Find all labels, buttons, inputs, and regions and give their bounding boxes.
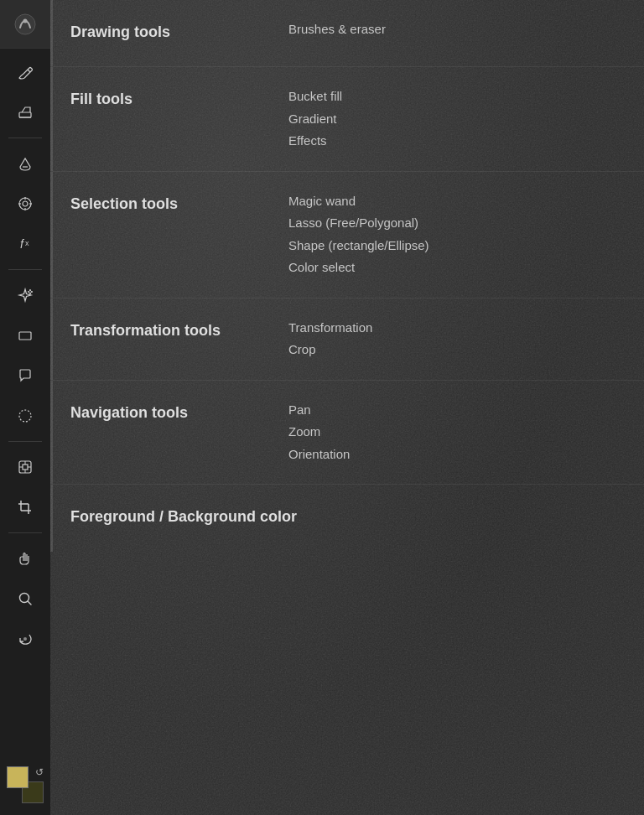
transformation-tools-items: Transformation Crop xyxy=(288,319,372,360)
target-tool-button[interactable] xyxy=(5,185,45,222)
formula-tool-button[interactable]: f x xyxy=(5,226,45,262)
svg-point-5 xyxy=(23,201,28,206)
sidebar-bottom: ↺ xyxy=(7,763,44,815)
orientation-item: Orientation xyxy=(288,445,350,465)
lasso-item: Lasso (Free/Polygonal) xyxy=(288,214,429,233)
bucket-fill-item: Bucket fill xyxy=(288,87,342,106)
svg-rect-15 xyxy=(23,465,28,470)
crop-item: Crop xyxy=(288,340,372,360)
pan-item: Pan xyxy=(288,401,350,420)
transformation-tools-category: Transformation tools xyxy=(70,319,288,340)
dotted-circle-tool-button[interactable] xyxy=(5,397,45,434)
brushes-eraser-item: Brushes & eraser xyxy=(288,20,386,39)
transformation-tools-section: Transformation tools Transformation Crop xyxy=(50,298,644,381)
shape-item: Shape (rectangle/Ellipse) xyxy=(288,236,429,256)
svg-point-4 xyxy=(19,198,31,210)
gradient-item: Gradient xyxy=(288,110,342,129)
fg-bg-color-section: Foreground / Background color xyxy=(50,485,644,552)
zoom-item: Zoom xyxy=(288,423,350,442)
transformation-item: Transformation xyxy=(288,319,372,338)
color-select-item: Color select xyxy=(288,258,429,278)
divider-2 xyxy=(8,269,42,270)
svg-rect-12 xyxy=(19,332,31,340)
svg-rect-2 xyxy=(19,112,31,117)
speech-tool-button[interactable] xyxy=(5,357,45,394)
navigation-tools-section: Navigation tools Pan Zoom Orientation xyxy=(50,381,644,485)
navigation-tools-items: Pan Zoom Orientation xyxy=(288,401,350,465)
divider-1 xyxy=(8,138,42,138)
drawing-tools-items: Brushes & eraser xyxy=(288,20,386,39)
drawing-tools-section: Drawing tools Brushes & eraser xyxy=(50,0,644,67)
selection-tools-items: Magic wand Lasso (Free/Polygonal) Shape … xyxy=(288,192,429,278)
rectangle-tool-button[interactable] xyxy=(5,317,45,354)
svg-point-26 xyxy=(23,637,27,641)
svg-point-1 xyxy=(23,18,28,23)
search-tool-button[interactable] xyxy=(5,580,45,617)
fill-tools-items: Bucket fill Gradient Effects xyxy=(288,87,342,151)
sidebar: f x xyxy=(0,0,50,815)
selection-tools-section: Selection tools Magic wand Lasso (Free/P… xyxy=(50,172,644,298)
drawing-tools-category: Drawing tools xyxy=(70,20,288,41)
selection-tools-category: Selection tools xyxy=(70,192,288,213)
svg-text:x: x xyxy=(25,239,29,247)
effects-item: Effects xyxy=(288,132,342,151)
magic-wand-item: Magic wand xyxy=(288,192,429,211)
brush-tool-button[interactable] xyxy=(5,54,45,91)
color-swatches[interactable]: ↺ xyxy=(7,766,44,803)
svg-point-13 xyxy=(19,410,31,422)
color-swap-icon[interactable]: ↺ xyxy=(35,766,44,778)
main-content: Drawing tools Brushes & eraser Fill tool… xyxy=(50,0,644,815)
svg-point-0 xyxy=(15,14,35,34)
navigation-tools-category: Navigation tools xyxy=(70,401,288,422)
crop-tool-button[interactable] xyxy=(5,489,45,526)
eraser-tool-button[interactable] xyxy=(5,94,45,131)
app-logo xyxy=(0,0,50,49)
fg-bg-color-category: Foreground / Background color xyxy=(70,505,297,526)
svg-line-25 xyxy=(28,601,31,605)
divider-3 xyxy=(8,441,42,442)
foreground-color-swatch[interactable] xyxy=(7,766,29,788)
divider-4 xyxy=(8,532,42,533)
hand-tool-button[interactable] xyxy=(5,540,45,577)
fill-tool-button[interactable] xyxy=(5,145,45,182)
rotate-view-tool-button[interactable] xyxy=(5,620,45,657)
fill-tools-category: Fill tools xyxy=(70,87,288,108)
sparkle-tool-button[interactable] xyxy=(5,277,45,314)
focus-tool-button[interactable] xyxy=(5,449,45,485)
fill-tools-section: Fill tools Bucket fill Gradient Effects xyxy=(50,67,644,172)
